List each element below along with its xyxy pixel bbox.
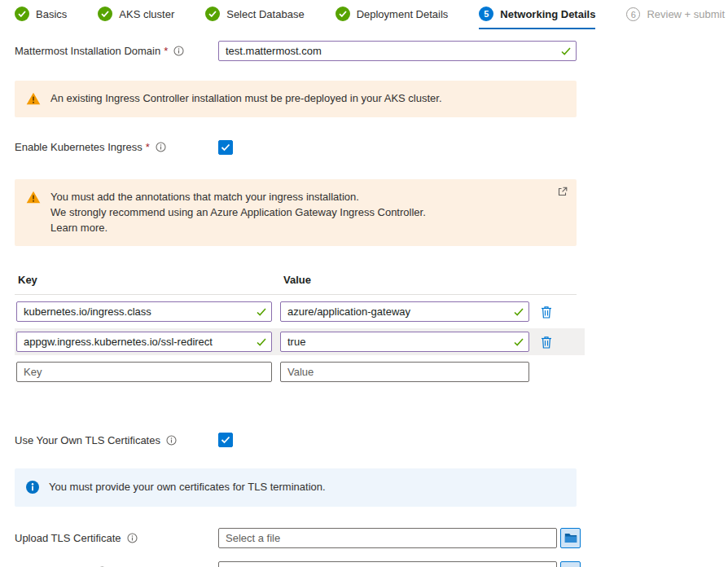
tab-label: AKS cluster <box>119 8 174 20</box>
tab-label: Basics <box>36 8 67 20</box>
browse-icon[interactable] <box>560 561 581 567</box>
learn-more-link[interactable]: Learn more. <box>50 222 107 234</box>
tls-info-text: You must provide your own certificates f… <box>49 480 326 495</box>
annotations-warning-text: You must add the annotations that match … <box>50 190 426 236</box>
value-input-wrap <box>280 301 529 322</box>
enable-ingress-checkbox[interactable] <box>218 140 233 155</box>
info-icon[interactable] <box>173 46 184 56</box>
annotation-row <box>15 298 585 325</box>
annotations-warning-line2: We strongly recommend using an Azure App… <box>50 205 426 221</box>
enable-ingress-label-text: Enable Kubernetes Ingress <box>15 141 143 153</box>
step-number-icon: 6 <box>626 7 640 21</box>
required-asterisk: * <box>146 141 150 153</box>
info-icon[interactable] <box>166 435 177 446</box>
key-column-header: Key <box>18 274 283 286</box>
delete-icon[interactable] <box>537 304 555 320</box>
tab-label: Review + submit <box>647 8 725 20</box>
value-input-wrap <box>280 332 529 352</box>
step-complete-icon <box>335 7 350 21</box>
step-number-icon: 5 <box>479 7 493 21</box>
tls-toggle-row: Use Your Own TLS Certificates <box>15 433 728 447</box>
tab-label: Networking Details <box>500 8 595 20</box>
info-icon[interactable] <box>156 142 166 152</box>
tls-checkbox[interactable] <box>218 433 233 447</box>
tab-select-database[interactable]: Select Database <box>205 7 304 29</box>
key-file-input[interactable] <box>218 561 557 567</box>
expand-icon[interactable] <box>556 185 569 198</box>
warning-icon <box>26 91 41 107</box>
key-input-wrap <box>16 301 272 322</box>
step-complete-icon <box>205 7 220 21</box>
enable-ingress-label: Enable Kubernetes Ingress * <box>15 141 218 153</box>
value-column-header: Value <box>283 274 311 286</box>
domain-input-wrap <box>218 41 577 61</box>
upload-certificate-row: Upload TLS Certificate <box>15 528 728 548</box>
networking-details-page: Basics AKS cluster Select Database Deplo… <box>0 0 728 567</box>
tls-toggle-label-text: Use Your Own TLS Certificates <box>15 434 160 446</box>
annotation-value-input[interactable] <box>280 332 529 352</box>
step-complete-icon <box>98 7 112 21</box>
step-complete-icon <box>15 7 29 21</box>
browse-icon[interactable] <box>560 528 581 548</box>
tab-aks-cluster[interactable]: AKS cluster <box>98 7 174 29</box>
key-input-wrap <box>16 362 272 382</box>
annotations-table-header: Key Value <box>15 274 577 295</box>
tab-review-submit[interactable]: 6 Review + submit <box>626 7 725 29</box>
upload-certificate-label-text: Upload TLS Certificate <box>15 532 121 544</box>
annotation-key-input[interactable] <box>16 332 272 352</box>
info-icon[interactable] <box>127 533 138 543</box>
tab-basics[interactable]: Basics <box>15 7 67 29</box>
tab-label: Select Database <box>226 8 304 20</box>
form-content: Mattermost Installation Domain * An exis… <box>0 41 728 567</box>
annotation-key-input-empty[interactable] <box>16 362 272 382</box>
tab-deployment-details[interactable]: Deployment Details <box>335 7 449 29</box>
domain-label-text: Mattermost Installation Domain <box>15 45 160 57</box>
tls-info-banner: You must provide your own certificates f… <box>15 468 577 507</box>
annotations-table: Key Value <box>15 274 585 385</box>
domain-input[interactable] <box>218 41 577 61</box>
domain-label: Mattermost Installation Domain * <box>15 45 218 57</box>
annotations-warning-line1: You must add the annotations that match … <box>50 190 426 205</box>
upload-key-row: Upload TLS Key <box>15 561 728 567</box>
domain-row: Mattermost Installation Domain * <box>15 41 728 61</box>
tls-toggle-label: Use Your Own TLS Certificates <box>15 434 218 446</box>
annotation-row <box>15 328 585 355</box>
certificate-file-input[interactable] <box>218 528 557 548</box>
upload-certificate-label: Upload TLS Certificate <box>15 532 218 544</box>
warning-text: An existing Ingress Controller installat… <box>50 91 442 107</box>
warning-icon <box>26 190 41 236</box>
info-banner-icon <box>26 480 39 495</box>
value-input-wrap <box>280 362 529 382</box>
annotation-value-input[interactable] <box>280 301 529 322</box>
enable-ingress-row: Enable Kubernetes Ingress * <box>15 140 728 155</box>
annotations-warning-banner: You must add the annotations that match … <box>15 179 577 247</box>
ingress-warning-banner: An existing Ingress Controller installat… <box>15 81 577 117</box>
required-asterisk: * <box>164 45 168 57</box>
delete-icon[interactable] <box>537 334 555 350</box>
tab-label: Deployment Details <box>357 8 449 20</box>
key-input-wrap <box>16 332 272 352</box>
annotation-key-input[interactable] <box>16 301 272 322</box>
tab-networking-details[interactable]: 5 Networking Details <box>479 7 595 29</box>
wizard-tabs: Basics AKS cluster Select Database Deplo… <box>0 0 728 29</box>
annotation-value-input-empty[interactable] <box>280 362 529 382</box>
annotation-new-row <box>15 358 585 385</box>
